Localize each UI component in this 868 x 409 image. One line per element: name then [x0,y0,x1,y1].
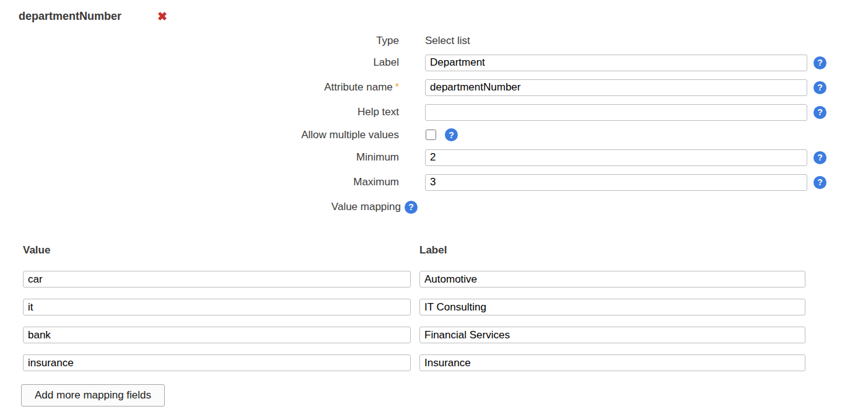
help-text-input[interactable] [425,104,807,121]
form-row-help-text: Help text ? [19,100,868,125]
help-icon[interactable]: ? [813,81,826,94]
minimum-input[interactable] [425,149,807,166]
help-icon[interactable]: ? [405,201,418,214]
attribute-name-input[interactable] [425,79,807,96]
allow-multiple-label: Allow multiple values [19,129,399,141]
mapping-label-input[interactable] [419,299,805,315]
form-row-value-mapping: Value mapping ? [19,195,868,219]
value-mapping-label: Value mapping [331,201,401,213]
form-row-type: Type Select list [19,31,868,50]
mapping-label-input[interactable] [419,327,805,343]
mapping-rows [23,271,868,371]
form-row-minimum: Minimum ? [19,145,868,170]
label-column-header: Label [419,244,805,257]
mapping-label-input[interactable] [419,354,805,371]
attribute-header: departmentNumber ✖ [19,9,868,24]
form-row-allow-multiple: Allow multiple values ? [19,125,868,145]
mapping-value-input[interactable] [23,271,411,288]
help-icon[interactable]: ? [445,128,458,141]
label-field-label: Label [19,56,399,69]
minimum-label: Minimum [19,151,399,164]
help-icon[interactable]: ? [813,56,826,69]
type-label: Type [19,35,399,47]
attribute-editor-page: departmentNumber ✖ Type Select list Labe… [0,0,868,409]
value-column-header: Value [23,244,411,257]
attribute-form: Type Select list Label ? Attribute name*… [19,31,868,219]
add-more-mapping-fields-button[interactable]: Add more mapping fields [21,384,165,407]
form-row-label: Label ? [19,50,868,75]
mapping-value-input[interactable] [23,354,411,371]
allow-multiple-checkbox[interactable] [426,130,436,140]
help-icon[interactable]: ? [813,151,826,164]
label-input[interactable] [425,55,807,71]
page-title: departmentNumber [19,10,121,23]
form-row-attribute-name: Attribute name* ? [19,75,868,100]
mapping-header-row: Value Label [23,244,868,271]
attribute-name-label: Attribute name [324,81,393,93]
mapping-value-input[interactable] [23,299,411,315]
help-text-label: Help text [19,106,399,118]
maximum-input[interactable] [425,174,807,191]
required-marker: * [395,82,399,92]
delete-attribute-icon[interactable]: ✖ [157,11,167,22]
value-mapping-section: Value Label Add more mapping fields [19,244,868,407]
help-icon[interactable]: ? [813,106,826,119]
maximum-label: Maximum [19,176,399,188]
mapping-label-input[interactable] [419,271,805,288]
help-icon[interactable]: ? [813,176,826,189]
type-value: Select list [425,35,470,47]
form-row-maximum: Maximum ? [19,170,868,195]
mapping-value-input[interactable] [23,327,411,343]
